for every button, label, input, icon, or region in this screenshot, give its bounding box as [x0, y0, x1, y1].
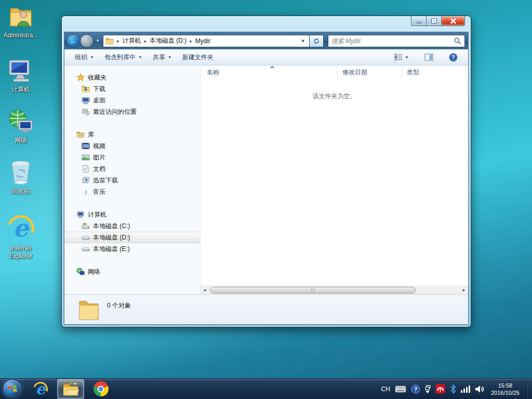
desktop-icon-recycle-bin[interactable]: 回收站 — [1, 159, 41, 195]
sidebar-item-favorites[interactable]: 收藏夹 — [64, 72, 200, 83]
breadcrumb-mydir[interactable]: Mydir — [195, 37, 210, 45]
horizontal-scrollbar[interactable]: ◄ ► — [201, 286, 468, 294]
sidebar-item-computer[interactable]: 计算机 — [64, 209, 200, 220]
sidebar-item-libraries[interactable]: 库 — [64, 129, 200, 140]
language-indicator[interactable]: CH — [381, 385, 390, 393]
new-folder-button[interactable]: 新建文件夹 — [177, 50, 219, 64]
desktop-icon-label: 网络 — [1, 137, 41, 144]
taskbar-clock[interactable]: 15:58 2016/10/25 — [491, 382, 520, 396]
file-list[interactable]: 该文件夹为空。 — [201, 78, 468, 286]
explorer-window: ← → ▼ ▸ 计算机 ▸ 本地磁盘 (D:) ▸ Mydir ▼ — [61, 16, 471, 327]
scroll-right-icon[interactable]: ► — [460, 286, 468, 295]
desktop-icon-computer[interactable]: 计算机 — [1, 57, 41, 94]
sidebar-item-drive-e[interactable]: 本地磁盘 (E:) — [64, 243, 200, 255]
avira-icon[interactable] — [435, 384, 445, 394]
show-desktop-button[interactable] — [527, 379, 532, 399]
start-button[interactable] — [3, 379, 22, 398]
bluetooth-icon[interactable] — [450, 384, 456, 394]
computer-group: 计算机 本地磁盘 (C:) — [64, 209, 200, 255]
desktop-icon-internet-explorer[interactable]: e Internet Explorer — [1, 214, 41, 260]
sidebar-item-label: 图片 — [93, 153, 105, 162]
share-menu[interactable]: 共享 ▼ — [148, 50, 177, 64]
clock-time: 15:58 — [491, 382, 520, 389]
scroll-left-icon[interactable]: ◄ — [201, 286, 209, 295]
scrollbar-track[interactable] — [209, 286, 460, 295]
sidebar-item-label: 库 — [88, 130, 94, 139]
column-separator[interactable] — [466, 65, 466, 78]
maximize-button[interactable] — [427, 16, 441, 26]
desktop-icon-administrator[interactable]: Administra... — [1, 3, 41, 39]
refresh-button[interactable] — [310, 35, 324, 47]
system-tray: CH ? — [381, 379, 527, 399]
sidebar-item-thunder-downloads[interactable]: 迅雷下载 — [64, 175, 200, 186]
views-icon — [394, 54, 403, 61]
libraries-icon — [76, 130, 85, 139]
minimize-icon — [417, 22, 421, 23]
organize-menu[interactable]: 组织 ▼ — [70, 50, 99, 64]
sidebar-item-network[interactable]: 网络 — [64, 266, 200, 277]
include-in-library-menu[interactable]: 包含到库中 ▼ — [99, 50, 148, 64]
column-size[interactable]: 大小 — [468, 68, 468, 77]
recent-pages-dropdown[interactable]: ▼ — [96, 38, 100, 43]
signal-icon[interactable] — [461, 385, 470, 393]
details-pane: 0 个对象 — [64, 294, 468, 324]
sidebar-item-music[interactable]: ♪ 音乐 — [64, 186, 200, 197]
thunder-downloads-icon — [82, 176, 90, 184]
sidebar-item-drive-d[interactable]: 本地磁盘 (D:) — [64, 232, 200, 243]
network-icon — [76, 268, 85, 276]
desktop-icon-network[interactable]: 网络 — [1, 108, 41, 144]
column-separator[interactable] — [337, 65, 338, 78]
show-hidden-icons-button[interactable] — [425, 385, 431, 393]
sidebar-item-documents[interactable]: 文档 — [64, 163, 200, 175]
search-icon[interactable] — [454, 37, 461, 45]
documents-icon — [82, 165, 90, 173]
column-separator[interactable] — [402, 65, 402, 78]
volume-icon[interactable] — [475, 385, 485, 393]
sidebar-item-downloads[interactable]: 下载 — [64, 83, 200, 95]
taskbar-app-windows-explorer[interactable] — [57, 379, 84, 399]
column-name[interactable]: 名称 — [207, 68, 219, 77]
preview-pane-button[interactable] — [419, 51, 438, 63]
sidebar-item-recent-places[interactable]: 最近访问的位置 — [64, 106, 200, 117]
computer-icon — [76, 210, 85, 219]
chrome-icon — [94, 381, 109, 396]
taskbar-app-chrome[interactable] — [87, 379, 114, 399]
empty-folder-message: 该文件夹为空。 — [201, 92, 468, 101]
sidebar-item-desktop[interactable]: 桌面 — [64, 95, 200, 106]
title-bar[interactable] — [62, 16, 471, 32]
address-bar[interactable]: ▸ 计算机 ▸ 本地磁盘 (D:) ▸ Mydir ▼ — [103, 35, 310, 47]
minimize-button[interactable] — [411, 16, 427, 26]
close-icon — [450, 18, 456, 24]
change-view-button[interactable]: ▼ — [389, 51, 414, 63]
help-button[interactable]: ? — [444, 50, 463, 64]
svg-text:?: ? — [414, 386, 418, 392]
column-date[interactable]: 修改日期 — [342, 68, 367, 77]
forward-button[interactable]: → — [80, 34, 94, 48]
breadcrumb-computer[interactable]: 计算机 — [122, 36, 141, 45]
column-type[interactable]: 类型 — [407, 68, 419, 77]
sidebar-item-label: 网络 — [88, 268, 100, 276]
search-input[interactable] — [331, 37, 454, 45]
pictures-icon — [82, 153, 90, 162]
sidebar-item-videos[interactable]: 视频 — [64, 140, 200, 152]
folder-large-icon — [78, 298, 100, 321]
scrollbar-thumb[interactable] — [210, 287, 416, 294]
drive-icon — [82, 245, 90, 253]
sidebar-item-drive-c[interactable]: 本地磁盘 (C:) — [64, 220, 200, 232]
back-button[interactable]: ← — [66, 34, 80, 48]
help-tray-icon[interactable]: ? — [411, 384, 420, 394]
sidebar-item-label: 文档 — [93, 165, 105, 174]
column-header-row: 名称 修改日期 类型 大小 — [201, 65, 468, 78]
sidebar-item-label: 音乐 — [93, 188, 105, 196]
breadcrumb-drive-d[interactable]: 本地磁盘 (D:) — [150, 36, 187, 45]
taskbar-app-internet-explorer[interactable]: e — [27, 379, 54, 399]
close-button[interactable] — [441, 16, 465, 26]
network-icon — [7, 108, 34, 135]
keyboard-icon[interactable] — [395, 385, 406, 393]
refresh-icon — [313, 37, 320, 45]
include-in-library-label: 包含到库中 — [104, 53, 136, 62]
sidebar-item-pictures[interactable]: 图片 — [64, 152, 200, 163]
chevron-down-icon — [425, 391, 430, 393]
address-dropdown-icon[interactable]: ▼ — [299, 38, 307, 44]
navigation-bar: ← → ▼ ▸ 计算机 ▸ 本地磁盘 (D:) ▸ Mydir ▼ — [64, 32, 468, 49]
